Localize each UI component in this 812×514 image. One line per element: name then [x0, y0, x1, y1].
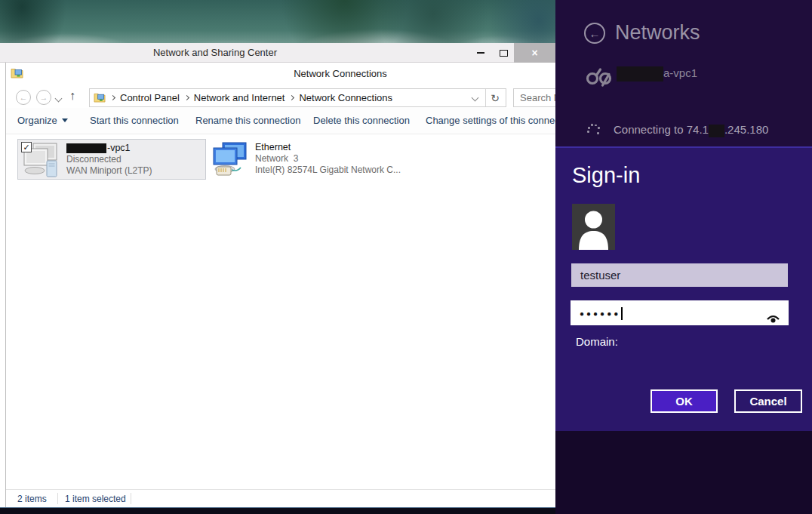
- close-button[interactable]: ×: [514, 43, 555, 63]
- panel-title: Networks: [615, 21, 700, 45]
- forward-button[interactable]: →: [36, 90, 51, 105]
- back-arrow-icon: ←: [589, 27, 601, 40]
- forward-icon: →: [40, 93, 48, 102]
- status-bar: 2 items 1 item selected: [6, 489, 555, 507]
- checkbox-checked[interactable]: ✓: [21, 142, 32, 152]
- networks-panel-bottom: [555, 431, 812, 514]
- redaction-box: [617, 66, 663, 82]
- connection-network: Network 3: [255, 153, 395, 165]
- rename-connection-button[interactable]: Rename this connection: [195, 115, 300, 126]
- networks-panel: ← Networks a-vpc1 Connecting to 74.1.245…: [555, 0, 812, 514]
- vpn-connection-entry[interactable]: a-vpc1: [617, 66, 697, 82]
- connection-status: Disconnected: [66, 154, 206, 165]
- password-input[interactable]: ●●●●●●: [571, 300, 789, 325]
- minimize-icon: [477, 52, 484, 54]
- back-button[interactable]: ←: [584, 23, 605, 44]
- connecting-status: Connecting to 74.1.245.180: [614, 123, 768, 137]
- signin-section: [555, 146, 812, 431]
- text-caret: [621, 307, 623, 320]
- breadcrumb-network-connections[interactable]: Network Connections: [299, 92, 392, 103]
- nsc-titlebar[interactable]: Network and Sharing Center ×: [0, 43, 555, 63]
- window-title: Network Connections: [294, 68, 387, 79]
- connection-name: Ethernet: [255, 142, 395, 153]
- breadcrumb-separator-icon: [289, 95, 294, 100]
- desktop: Network and Sharing Center × Network Con…: [0, 0, 812, 514]
- cancel-button[interactable]: Cancel: [734, 389, 802, 413]
- breadcrumb-folder-icon: [94, 91, 106, 105]
- up-button[interactable]: ↑: [69, 89, 75, 103]
- breadcrumb-network-internet[interactable]: Network and Internet: [194, 92, 285, 103]
- network-folder-icon: [11, 66, 23, 82]
- dropdown-arrow-icon: [62, 118, 68, 122]
- password-dots: ●●●●●●: [580, 309, 620, 318]
- domain-label: Domain:: [576, 335, 618, 348]
- delete-connection-button[interactable]: Delete this connection: [313, 115, 410, 126]
- start-connection-button[interactable]: Start this connection: [90, 115, 179, 126]
- items-count: 2 items: [17, 494, 47, 504]
- selected-count: 1 item selected: [65, 494, 126, 504]
- maximize-icon: [500, 50, 508, 57]
- change-settings-button[interactable]: Change settings of this connection: [426, 115, 555, 126]
- connection-device: Intel(R) 82574L Gigabit Network C...: [255, 165, 395, 176]
- desktop-edge: [0, 507, 555, 514]
- signin-title: Sign-in: [572, 163, 640, 188]
- divider: [131, 493, 131, 504]
- breadcrumb-control-panel[interactable]: Control Panel: [120, 92, 180, 103]
- connection-name: -vpc1: [66, 143, 206, 154]
- address-dropdown-icon[interactable]: [472, 94, 479, 102]
- list-item-vpn[interactable]: ✓ -vpc1 Disconnected WAN Miniport (L2TP): [17, 139, 206, 180]
- connection-device: WAN Miniport (L2TP): [66, 165, 206, 177]
- breadcrumb-separator-icon: [184, 95, 189, 100]
- redaction-box: [66, 143, 106, 153]
- breadcrumb[interactable]: Control Panel Network and Internet Netwo…: [89, 88, 506, 107]
- minimize-button[interactable]: [470, 43, 491, 63]
- password-reveal-icon[interactable]: [766, 307, 780, 332]
- nsc-window-title: Network and Sharing Center: [153, 47, 277, 58]
- address-bar: ← → ↑ Control Panel Network and Internet…: [6, 87, 555, 108]
- avatar: [572, 204, 615, 250]
- organize-button[interactable]: Organize: [17, 115, 68, 126]
- ok-button[interactable]: OK: [651, 389, 718, 413]
- redaction-box: [709, 125, 724, 137]
- recent-pages-dropdown-icon[interactable]: [55, 95, 63, 103]
- maximize-button[interactable]: [493, 43, 514, 63]
- divider: [485, 89, 486, 106]
- ethernet-connection-icon: [211, 142, 252, 180]
- back-button[interactable]: ←: [16, 90, 31, 105]
- divider: [57, 493, 58, 504]
- breadcrumb-separator-icon: [110, 95, 115, 100]
- list-item-ethernet[interactable]: Ethernet Network 3 Intel(R) 82574L Gigab…: [211, 139, 404, 180]
- network-connections-window: Network Connections ← → ↑ Control Panel …: [5, 63, 555, 507]
- back-icon: ←: [20, 93, 28, 102]
- command-bar: Organize Start this connection Rename th…: [6, 108, 555, 134]
- username-input[interactable]: testuser: [571, 263, 788, 287]
- vpn-icon: [585, 63, 614, 91]
- search-input[interactable]: Search Network Connections: [513, 88, 555, 107]
- refresh-icon[interactable]: ↻: [491, 92, 500, 104]
- progress-spinner-icon: [586, 123, 601, 138]
